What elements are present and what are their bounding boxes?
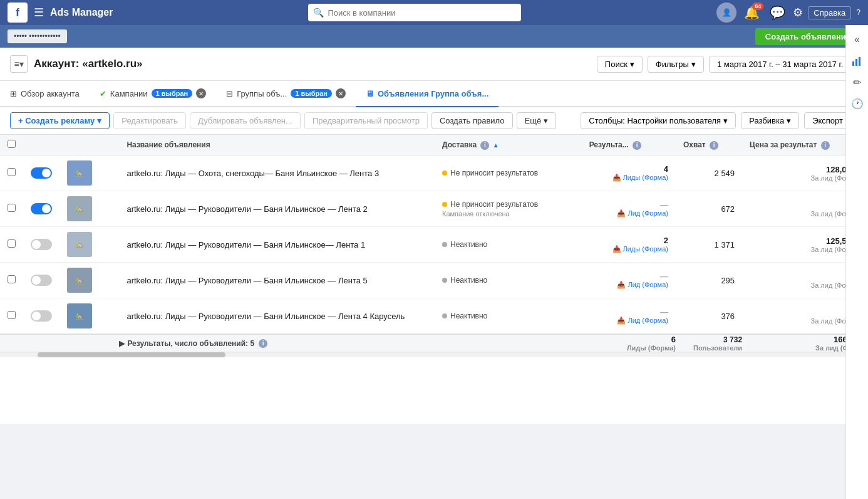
settings-icon[interactable]: ⚙ [793, 6, 803, 19]
row-checkbox[interactable] [8, 311, 16, 319]
create-ad-toolbar-button[interactable]: + Создать рекламу ▾ [10, 112, 110, 129]
ad-name-cell: artkelo.ru: Лиды — Охота, снегоходы— Бан… [119, 155, 435, 191]
ad-thumbnail: 🏡 [67, 268, 92, 293]
row-toggle-cell[interactable] [23, 155, 59, 191]
rule-button[interactable]: Создать правило [431, 112, 513, 129]
campaigns-tab-close[interactable]: ✕ [196, 88, 206, 98]
reach-value: 2 549 [715, 169, 735, 178]
row-thumb-cell: 🏡 [59, 155, 119, 191]
status-dot [442, 313, 447, 318]
tab-ads[interactable]: 🖥 Объявления Группа объя... [356, 81, 499, 107]
chart-sidebar-button[interactable] [848, 51, 867, 70]
notifications-button[interactable]: 🔔 84 [741, 5, 762, 20]
messages-button[interactable]: 💬 [767, 5, 788, 20]
ad-name: artkelo.ru: Лиды — Руководители — Баня И… [127, 240, 365, 250]
toolbar: + Создать рекламу ▾ Редактировать Дублир… [0, 107, 868, 135]
price-info-icon: i [821, 141, 830, 150]
clock-sidebar-button[interactable]: 🕐 [848, 94, 867, 113]
row-toggle[interactable] [31, 167, 52, 179]
svg-rect-0 [852, 61, 854, 66]
row-checkbox[interactable] [8, 239, 16, 248]
reach-value: 295 [721, 276, 735, 285]
tab-campaigns[interactable]: ✔ Кампании 1 выбран ✕ [90, 81, 216, 107]
tab-overview[interactable]: ⊞ Обзор аккаунта [0, 81, 90, 107]
sub-nav: ••••• •••••••••••• Создать объявление [0, 25, 868, 48]
row-toggle-cell[interactable] [23, 191, 59, 227]
result-value: 2 [589, 236, 668, 245]
adsets-tab-close[interactable]: ✕ [336, 88, 346, 98]
footer-reach: 3 732 Пользователи [676, 334, 742, 352]
collapse-sidebar-button[interactable]: « [848, 30, 867, 49]
chevron-right-icon: ▶ [119, 339, 125, 348]
horizontal-scrollbar[interactable] [0, 352, 868, 357]
row-checkbox[interactable] [8, 168, 16, 176]
edit-sidebar-button[interactable]: ✏ [848, 73, 867, 92]
campaigns-badge: 1 выбран [152, 89, 193, 98]
breakdown-button[interactable]: Разбивка ▾ [741, 112, 799, 129]
delivery-status: Не приносит результатов [442, 169, 574, 177]
top-nav: f ☰ Ads Manager 🔍 👤 🔔 84 💬 ⚙ Справка ? [0, 0, 868, 25]
ad-thumbnail: 🏡 [67, 232, 92, 257]
date-range-button[interactable]: 1 марта 2017 г. – 31 марта 2017 г. ▾ [709, 56, 858, 73]
ad-name: artkelo.ru: Лиды — Руководители — Баня И… [127, 204, 367, 214]
row-checkbox[interactable] [8, 275, 16, 283]
fb-logo: f [8, 3, 28, 23]
create-ad-button[interactable]: Создать объявление [755, 28, 860, 45]
filters-button[interactable]: Фильтры ▾ [648, 56, 704, 73]
ads-table: Название объявления Доставка i ▲ Результ… [0, 135, 868, 352]
reach-cell: 2 549 [676, 155, 742, 191]
row-toggle-cell[interactable] [23, 227, 59, 263]
row-toggle[interactable] [31, 275, 52, 286]
delivery-cell: Неактивно [435, 263, 582, 298]
more-button[interactable]: Ещё ▾ [517, 112, 557, 129]
result-link[interactable]: 📥 Лиды (Форма) [589, 174, 668, 182]
header-reach: Охват i [676, 135, 742, 155]
preview-button[interactable]: Предварительный просмотр [304, 112, 428, 129]
search-button[interactable]: Поиск ▾ [597, 56, 643, 73]
result-value: — [589, 200, 668, 209]
reach-info-icon: i [710, 141, 718, 150]
price-sub: За лид (Форма) [750, 246, 860, 253]
hamburger-icon[interactable]: ☰ [34, 6, 44, 19]
ad-name: artkelo.ru: Лиды — Руководители — Баня И… [127, 276, 367, 285]
search-input[interactable] [328, 8, 516, 18]
result-link[interactable]: 📥 Лид (Форма) [589, 209, 668, 218]
row-checkbox-cell [0, 298, 23, 335]
row-toggle-cell[interactable] [23, 263, 59, 298]
header-toggle-cell [23, 135, 59, 155]
header-name: Название объявления [119, 135, 435, 155]
table-row: 🏡 artkelo.ru: Лиды — Руководители — Баня… [0, 263, 868, 298]
ad-name-cell: artkelo.ru: Лиды — Руководители — Баня И… [119, 263, 435, 298]
select-all-checkbox[interactable] [8, 140, 16, 148]
delivery-cell: Неактивно [435, 227, 582, 263]
row-thumb-cell: 🏡 [59, 191, 119, 227]
chevron-down-icon: ▾ [97, 116, 101, 125]
scrollbar-thumb[interactable] [38, 352, 225, 357]
result-cell: — 📥 Лид (Форма) [582, 191, 676, 227]
account-icon[interactable]: ≡▾ [10, 55, 28, 73]
result-cell: 2 📥 Лиды (Форма) [582, 227, 676, 263]
header-delivery[interactable]: Доставка i ▲ [435, 135, 582, 155]
row-checkbox[interactable] [8, 204, 16, 212]
tab-adsets[interactable]: ⊟ Группы объ... 1 выбран ✕ [216, 81, 356, 107]
footer-toggle [23, 334, 59, 352]
account-selector[interactable]: ••••• •••••••••••• [8, 29, 67, 43]
result-link[interactable]: 📥 Лид (Форма) [589, 281, 668, 289]
row-toggle[interactable] [31, 310, 52, 322]
result-link[interactable]: 📥 Лиды (Форма) [589, 245, 668, 253]
result-link[interactable]: 📥 Лид (Форма) [589, 317, 668, 325]
footer-delivery [435, 334, 582, 352]
duplicate-button[interactable]: Дублировать объявлен... [190, 112, 301, 129]
app-title: Ads Manager [50, 7, 113, 18]
status-dot [442, 202, 447, 207]
account-header: ≡▾ Аккаунт: «artkelo.ru» Поиск ▾ Фильтры… [0, 48, 868, 81]
help-button[interactable]: Справка [808, 6, 851, 19]
row-toggle[interactable] [31, 203, 52, 214]
delivery-status: Неактивно [442, 240, 574, 249]
footer-expand-button[interactable]: ▶ Результаты, число объявлений: 5 i [119, 339, 435, 348]
columns-button[interactable]: Столбцы: Настройки пользователя ▾ [581, 112, 736, 129]
edit-button[interactable]: Редактировать [113, 112, 186, 129]
toggle-slider [31, 203, 52, 214]
row-toggle-cell[interactable] [23, 298, 59, 335]
row-toggle[interactable] [31, 239, 52, 250]
